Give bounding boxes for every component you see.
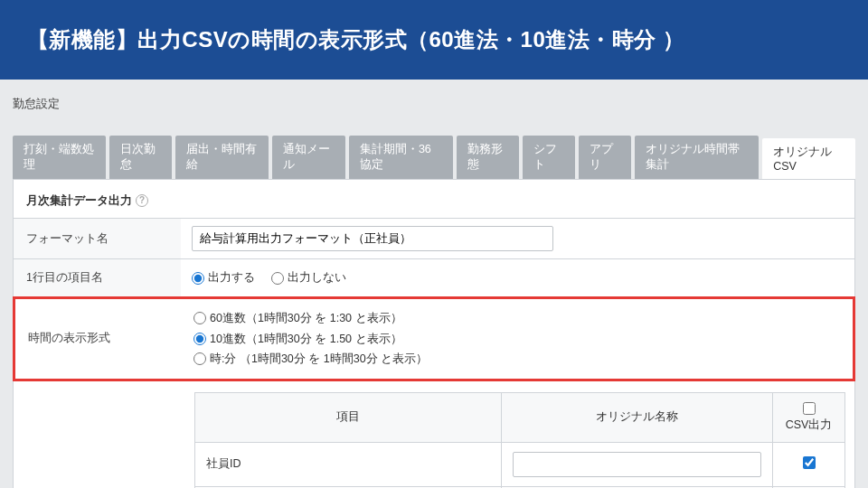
radio-time-60[interactable]: 60進数（1時間30分 を 1:30 と表示） [193,308,842,329]
radio-time-hm-input[interactable] [193,352,206,365]
field-format-name [181,219,854,258]
feature-banner: 【新機能】出力CSVの時間の表示形式（60進法・10進法・時分 ） [0,0,868,80]
th-original: オリジナル名称 [502,392,773,442]
radio-header-yes-label: 出力する [208,267,255,288]
th-csv-label: CSV出力 [786,418,833,431]
table-row: 社員ID [195,442,845,486]
radio-time-hm[interactable]: 時:分 （1時間30分 を 1時間30分 と表示） [193,349,842,370]
page-title: 勤怠設定 [0,80,868,121]
tab-original-csv[interactable]: オリジナルCSV [762,138,855,179]
radio-time-60-input[interactable] [193,312,206,324]
tab-work-style[interactable]: 勤務形態 [457,136,519,179]
section-title-text: 月次集計データ出力 [26,192,132,209]
radio-header-no-label: 出力しない [288,267,346,288]
radio-time-10-label: 10進数（1時間30分 を 1.50 と表示） [210,329,402,350]
row-time-format: 時間の表示形式 60進数（1時間30分 を 1:30 と表示） 10進数（1時間… [13,296,855,381]
th-csv: CSV出力 [773,392,845,442]
radio-header-no-input[interactable] [271,272,284,285]
field-header-output: 出力する 出力しない [181,260,854,296]
cell-item: 社員ID [195,442,502,486]
label-time-format: 時間の表示形式 [15,299,183,379]
row-format-name: フォーマット名 [14,218,854,258]
radio-time-60-label: 60進数（1時間30分 を 1:30 と表示） [210,308,402,329]
tab-period-36[interactable]: 集計期間・36協定 [349,136,453,179]
radio-header-yes-input[interactable] [192,272,204,285]
cell-csv [773,442,845,486]
cell-original [502,442,773,486]
radio-time-10[interactable]: 10進数（1時間30分 を 1.50 と表示） [193,329,842,350]
checkbox-csv-row[interactable] [803,456,816,469]
tab-bar: 打刻・端数処理 日次勤怠 届出・時間有給 通知メール 集計期間・36協定 勤務形… [0,121,868,179]
settings-panel: 月次集計データ出力 ? フォーマット名 1行目の項目名 出力する 出力しない 時… [13,179,855,488]
row-header-output: 1行目の項目名 出力する 出力しない [14,258,854,296]
tab-daily-attendance[interactable]: 日次勤怠 [109,136,172,179]
tab-original-range[interactable]: オリジナル時間帯集計 [635,136,759,179]
tab-notify-mail[interactable]: 通知メール [272,136,345,179]
input-format-name[interactable] [192,226,553,251]
help-icon[interactable]: ? [136,194,148,207]
label-header-output: 1行目の項目名 [14,259,181,296]
input-original-name[interactable] [513,452,761,477]
label-format-name: フォーマット名 [14,219,181,258]
radio-header-yes[interactable]: 出力する [192,267,255,288]
table-header-row: 項目 オリジナル名称 CSV出力 [195,392,845,442]
section-title: 月次集計データ出力 ? [14,192,854,218]
checkbox-csv-all[interactable] [803,402,816,415]
th-item: 項目 [195,392,502,442]
columns-table: 項目 オリジナル名称 CSV出力 社員ID 社員番号 [194,392,845,489]
field-time-format: 60進数（1時間30分 を 1:30 と表示） 10進数（1時間30分 を 1.… [183,299,853,379]
radio-header-no[interactable]: 出力しない [271,267,346,288]
tab-app[interactable]: アプリ [579,136,631,179]
radio-time-10-input[interactable] [193,333,206,345]
tab-requests-paid[interactable]: 届出・時間有給 [175,136,269,179]
radio-time-hm-label: 時:分 （1時間30分 を 1時間30分 と表示） [210,349,428,370]
tab-punch-rounding[interactable]: 打刻・端数処理 [13,136,106,179]
tab-shift[interactable]: シフト [523,136,575,179]
